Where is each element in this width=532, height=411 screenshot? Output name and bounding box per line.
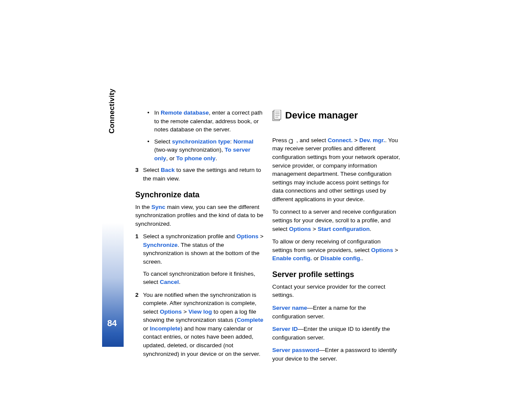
step-1: 1 Select a synchronization profile and O… [135, 232, 264, 286]
text: Select [154, 138, 172, 145]
text: > [311, 226, 317, 232]
link-cancel: Cancel [160, 279, 179, 285]
text: > [393, 247, 398, 253]
paragraph: Server ID—Enter the unique ID to identif… [272, 325, 401, 342]
bullet-list: In Remote database, enter a correct path… [144, 109, 264, 162]
device-manager-icon [272, 110, 282, 121]
section-label: Connectivity [107, 89, 118, 134]
heading-server-profile-settings: Server profile settings [272, 269, 401, 280]
text: Press [272, 137, 289, 143]
text: To allow or deny receiving of configurat… [272, 238, 380, 253]
page-number: 84 [107, 317, 117, 330]
link-start-configuration: Start configuration [317, 226, 370, 232]
step-number: 2 [135, 291, 139, 299]
link-server-name: Server name [272, 305, 307, 311]
link-view-log: View log [188, 308, 212, 315]
text: > [353, 137, 359, 143]
link-synchronize: Synchronize [143, 242, 177, 248]
paragraph: Server password—Enter a password to iden… [272, 346, 401, 363]
link-enable-config: Enable config. [272, 255, 312, 262]
text: (two-way synchronization), [154, 146, 225, 153]
link-connect: Connect. [328, 137, 353, 143]
step-3: 3 Select Back to save the settings and r… [135, 166, 264, 183]
text: . [179, 279, 180, 285]
link-server-id: Server ID [272, 326, 298, 332]
text: : [230, 138, 233, 145]
link-disable-config: Disable config. [320, 255, 362, 262]
right-column: Device manager Press , and select Connec… [272, 109, 401, 367]
left-column: In Remote database, enter a correct path… [135, 109, 264, 362]
text: Select [143, 167, 161, 173]
paragraph: To connect to a server and receive confi… [272, 208, 401, 233]
intro-paragraph: In the Sync main view, you can see the d… [135, 203, 264, 228]
text: In [154, 109, 161, 116]
text: or [143, 325, 150, 332]
link-options: Options [236, 233, 258, 240]
link-remote-database: Remote database [161, 109, 209, 116]
link-options: Options [371, 247, 393, 253]
bullet-item: Select synchronization type: Normal (two… [144, 137, 264, 163]
link-options: Options [160, 308, 182, 315]
text: > [258, 233, 264, 240]
bullet-item: In Remote database, enter a correct path… [144, 109, 264, 134]
text: or [312, 255, 320, 262]
link-server-password: Server password [272, 347, 319, 353]
heading-synchronize-data: Synchronize data [135, 189, 264, 200]
link-complete: Complete [237, 317, 264, 323]
heading-device-manager: Device manager [285, 109, 358, 122]
text: In the [135, 204, 152, 210]
svg-rect-1 [274, 110, 281, 119]
step-2: 2 You are notified when the synchronizat… [135, 291, 264, 358]
text: . [370, 226, 371, 232]
link-sync-type: synchronization type [172, 138, 230, 145]
text: . [362, 255, 364, 262]
paragraph: Press , and select Connect. > Dev. mgr..… [272, 136, 401, 204]
link-sync: Sync [152, 204, 165, 210]
text: > [182, 308, 188, 315]
menu-key-icon [289, 138, 295, 143]
step-number: 1 [135, 232, 139, 241]
link-to-phone-only: To phone only [176, 155, 215, 162]
text: , or [166, 155, 176, 162]
paragraph: Contact your service provider for the co… [272, 283, 401, 299]
link-normal: Normal [233, 138, 254, 145]
text: . [215, 155, 217, 162]
text: , and select [295, 137, 328, 143]
text: . You may receive server profiles and di… [272, 137, 400, 202]
text: Select a synchronization profile and [143, 233, 236, 240]
paragraph: Server name—Enter a name for the configu… [272, 304, 401, 321]
heading-device-manager-row: Device manager [272, 109, 401, 128]
paragraph: To allow or deny receiving of configurat… [272, 237, 401, 263]
link-incomplete: Incomplete [150, 325, 180, 332]
link-options: Options [289, 226, 311, 232]
link-dev-mgr: Dev. mgr. [359, 137, 385, 143]
step-number: 3 [135, 166, 139, 174]
link-back: Back [161, 167, 174, 173]
